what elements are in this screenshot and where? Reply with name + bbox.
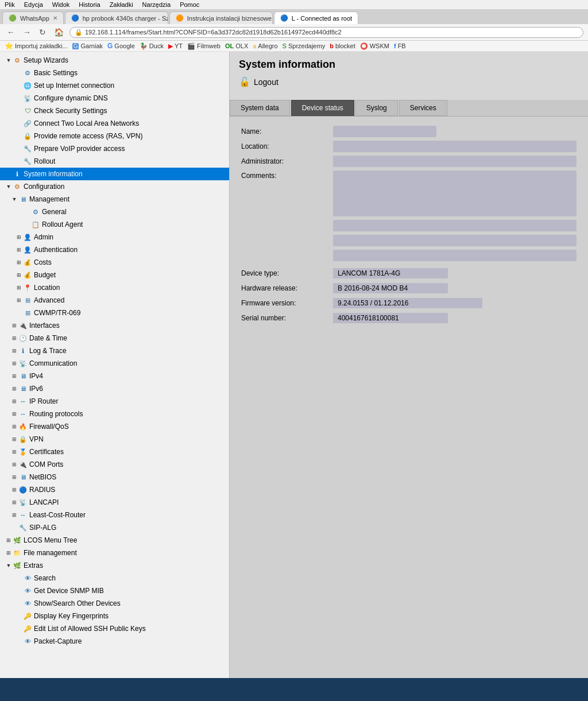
- bookmark-wskm[interactable]: ⭕ WSKM: [360, 42, 389, 50]
- sidebar-tree: ▼ ⚙ Setup Wizards ⚙ Basic Settings 🌐 Set…: [0, 52, 230, 678]
- bookmark-google[interactable]: G Google: [107, 42, 135, 50]
- tab-system-data[interactable]: System data: [230, 100, 290, 116]
- sidebar-item-location[interactable]: ⊞ 📍 Location: [0, 281, 229, 294]
- sidebar-item-general[interactable]: ⚙ General: [0, 206, 229, 218]
- bookmark-duck[interactable]: 🦆 Duck: [140, 42, 164, 50]
- home-button[interactable]: 🏠: [52, 26, 66, 38]
- sidebar-item-rollout[interactable]: 🔧 Rollout: [0, 155, 229, 168]
- menu-pomoc[interactable]: Pomoc: [180, 1, 199, 8]
- sidebar-item-datetime[interactable]: ⊞ 🕐 Date & Time: [0, 332, 229, 344]
- expander-mgmt[interactable]: ▼: [10, 195, 18, 203]
- sidebar-item-ipv4[interactable]: ⊞ 🖥 IPv4: [0, 370, 229, 382]
- bookmark-garniak[interactable]: G Garniak: [72, 42, 103, 49]
- sidebar-item-show-devices[interactable]: 👁 Show/Search Other Devices: [0, 597, 229, 610]
- sidebar-item-cwmp[interactable]: ⊞ CWMP/TR-069: [0, 307, 229, 319]
- sidebar-item-system-info[interactable]: ℹ System information: [0, 168, 229, 180]
- sidebar-item-ip-router[interactable]: ⊞ ↔ IP Router: [0, 395, 229, 408]
- sidebar-item-budget[interactable]: ⊞ 💰 Budget: [0, 269, 229, 281]
- sidebar-item-check-security[interactable]: 🛡 Check Security Settings: [0, 104, 229, 117]
- address-text[interactable]: 192.168.1.114/frames/Start.html?CONFSID=…: [85, 29, 578, 36]
- sidebar-item-packet-capture[interactable]: 👁 Packet-Capture: [0, 635, 229, 648]
- sidebar-item-log-trace[interactable]: ⊞ ℹ Log & Trace: [0, 344, 229, 357]
- sidebar-item-display-keys[interactable]: 🔑 Display Key Fingerprints: [0, 610, 229, 622]
- icon-setup-internet: 🌐: [23, 81, 32, 90]
- sidebar-item-lancapi[interactable]: ⊞ 📡 LANCAPI: [0, 496, 229, 509]
- tab-syslog[interactable]: Syslog: [355, 100, 398, 116]
- bookmark-olx[interactable]: OL OLX: [225, 42, 248, 49]
- sidebar-item-lcos-menu[interactable]: ⊞ 🌿 LCOS Menu Tree: [0, 534, 229, 547]
- icon-budget: 💰: [23, 270, 32, 280]
- sidebar-item-advanced[interactable]: ⊞ ⊞ Advanced: [0, 294, 229, 307]
- bookmark-import[interactable]: ⭐ Importuj zakładki...: [5, 42, 68, 50]
- sidebar-item-connect-lan[interactable]: 🔗 Connect Two Local Area Networks: [0, 117, 229, 130]
- sidebar-item-management[interactable]: ▼ 🖥 Management: [0, 193, 229, 206]
- sidebar-item-communication[interactable]: ⊞ 📡 Communication: [0, 357, 229, 370]
- sidebar-item-configuration[interactable]: ▼ ⚙ Configuration: [0, 180, 229, 193]
- sidebar-item-rollout-agent[interactable]: 📋 Rollout Agent: [0, 218, 229, 231]
- sidebar-item-sip-alg[interactable]: 🔧 SIP-ALG: [0, 521, 229, 534]
- tab-device-status[interactable]: Device status: [291, 100, 354, 116]
- bookmark-filmweb[interactable]: 🎬 Filmweb: [187, 42, 220, 50]
- menu-narzedzia[interactable]: Narzędzia: [142, 1, 171, 8]
- sidebar-item-vpn[interactable]: ⊞ 🔒 VPN: [0, 433, 229, 446]
- sidebar-item-least-cost[interactable]: ⊞ ↔ Least-Cost-Router: [0, 509, 229, 521]
- sidebar-item-provide-remote[interactable]: 🔒 Provide remote access (RAS, VPN): [0, 130, 229, 142]
- sidebar-item-costs[interactable]: ⊞ 💰 Costs: [0, 256, 229, 269]
- location-row: Location:: [241, 141, 577, 152]
- sidebar-item-certificates[interactable]: ⊞ 🏅 Certificates: [0, 446, 229, 458]
- sidebar-item-get-snmp[interactable]: 👁 Get Device SNMP MIB: [0, 584, 229, 597]
- expander-basic: [15, 69, 23, 77]
- name-label: Name:: [241, 127, 333, 135]
- forward-button[interactable]: →: [21, 26, 33, 38]
- sidebar-item-configure-dns[interactable]: 📡 Configure dynamic DNS: [0, 92, 229, 104]
- sidebar-item-search[interactable]: 👁 Search: [0, 572, 229, 584]
- menu-edycja[interactable]: Edycja: [24, 1, 43, 8]
- back-button[interactable]: ←: [5, 26, 17, 38]
- sidebar-item-interfaces[interactable]: ⊞ 🔌 Interfaces: [0, 319, 229, 332]
- sidebar-item-basic-settings[interactable]: ⚙ Basic Settings: [0, 67, 229, 79]
- tab-services[interactable]: Services: [399, 100, 447, 116]
- menu-plik[interactable]: Plik: [5, 1, 15, 8]
- menu-historia[interactable]: Historia: [79, 1, 100, 8]
- tab-instrukcja[interactable]: 🟠 Instrukcja instalacji biznesowe ✕: [169, 11, 273, 24]
- sidebar-item-routing-protocols[interactable]: ⊞ ↔ Routing protocols: [0, 408, 229, 420]
- bookmark-blocket[interactable]: b blocket: [330, 42, 355, 49]
- bookmark-yt[interactable]: ▶ YT: [168, 42, 183, 50]
- expander-setup-wizards[interactable]: ▼: [5, 56, 13, 64]
- sidebar-item-radius[interactable]: ⊞ 🔵 RADIUS: [0, 483, 229, 496]
- label-prepare-voip: Prepare VoIP provider access: [34, 145, 125, 153]
- sidebar-item-netbios[interactable]: ⊞ 🖥 NetBIOS: [0, 471, 229, 483]
- comments-row: Comments:: [241, 171, 577, 216]
- reload-button[interactable]: ↻: [37, 26, 48, 38]
- sidebar-item-authentication[interactable]: ⊞ 👤 Authentication: [0, 243, 229, 256]
- sidebar-item-extras[interactable]: ▼ 🌿 Extras: [0, 559, 229, 572]
- menu-zakladki[interactable]: Zakładki: [110, 1, 133, 8]
- sidebar-item-setup-wizards[interactable]: ▼ ⚙ Setup Wizards: [0, 54, 229, 67]
- sidebar-item-setup-internet[interactable]: 🌐 Set up Internet connection: [0, 79, 229, 92]
- expander-config[interactable]: ▼: [5, 183, 13, 191]
- sidebar-item-admin[interactable]: ⊞ 👤 Admin: [0, 231, 229, 243]
- bookmark-sprzedajemy[interactable]: S Sprzedajemy: [283, 42, 326, 49]
- sidebar-item-edit-ssh[interactable]: 🔑 Edit List of Allowed SSH Public Keys: [0, 622, 229, 635]
- label-packet-capture: Packet-Capture: [34, 637, 82, 645]
- tab-whatsapp[interactable]: 🟢 WhatsApp ✕: [2, 11, 64, 24]
- tab-hp[interactable]: 🔵 hp probook 4340s charger - Szu ✕: [65, 11, 168, 24]
- hardware-release-label: Hardware release:: [241, 284, 333, 292]
- sidebar-item-prepare-voip[interactable]: 🔧 Prepare VoIP provider access: [0, 142, 229, 155]
- bookmark-fb[interactable]: f FB: [394, 42, 406, 49]
- logout-link[interactable]: Logout: [254, 78, 278, 87]
- sidebar-item-file-mgmt[interactable]: ⊞ 📁 File management: [0, 547, 229, 559]
- expander-extras[interactable]: ▼: [5, 561, 13, 570]
- icon-netbios: 🖥: [18, 473, 28, 482]
- sidebar-item-com-ports[interactable]: ⊞ 🔌 COM Ports: [0, 458, 229, 471]
- sidebar-item-firewall[interactable]: ⊞ 🔥 Firewall/QoS: [0, 420, 229, 433]
- label-admin: Admin: [34, 233, 53, 241]
- icon-rollout: 🔧: [23, 157, 32, 166]
- comments-label: Comments:: [241, 171, 333, 180]
- tab-lan[interactable]: 🔵 L - Connected as root: [274, 11, 358, 24]
- tab-icon-lan: 🔵: [280, 14, 288, 22]
- menu-widok[interactable]: Widok: [52, 1, 70, 8]
- bookmark-allegro[interactable]: a Allegro: [253, 42, 277, 49]
- sidebar-item-ipv6[interactable]: ⊞ 🖥 IPv6: [0, 382, 229, 395]
- tab-close-wa[interactable]: ✕: [53, 15, 57, 21]
